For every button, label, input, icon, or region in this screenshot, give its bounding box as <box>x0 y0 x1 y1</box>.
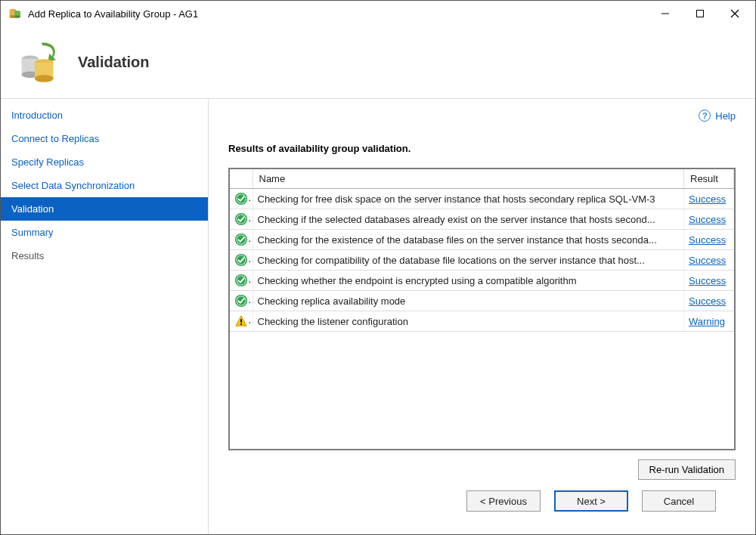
column-header-result: Result <box>684 169 734 189</box>
sidebar-item-summary[interactable]: Summary <box>1 221 208 244</box>
svg-rect-34 <box>240 319 242 323</box>
sidebar-item-results[interactable]: Results <box>1 244 208 268</box>
help-icon: ? <box>699 110 711 122</box>
help-link[interactable]: ? Help <box>699 110 736 122</box>
validation-check-name: Checking for compatibility of the databa… <box>253 250 684 271</box>
sidebar-item-label: Connect to Replicas <box>11 133 99 144</box>
success-icon <box>230 209 253 230</box>
close-button[interactable] <box>717 1 752 26</box>
header: Validation <box>1 26 755 99</box>
svg-rect-35 <box>240 323 242 325</box>
svg-rect-7 <box>697 11 704 17</box>
body: Introduction Connect to Replicas Specify… <box>1 99 755 534</box>
sidebar-item-connect-to-replicas[interactable]: Connect to Replicas <box>1 127 208 150</box>
result-link[interactable]: Success <box>689 193 726 205</box>
results-table: Name Result Checking for free disk space… <box>228 168 736 450</box>
sidebar-item-label: Select Data Synchronization <box>11 180 135 191</box>
table-row: Checking if the selected databases alrea… <box>230 209 734 230</box>
window-title: Add Replica to Availability Group - AG1 <box>28 8 198 20</box>
sidebar: Introduction Connect to Replicas Specify… <box>1 99 209 534</box>
rerun-validation-button[interactable]: Re-run Validation <box>638 459 736 480</box>
table-row: Checking the listener configurationWarni… <box>230 311 734 332</box>
table-row: Checking for the existence of the databa… <box>230 230 734 250</box>
svg-point-5 <box>14 15 20 18</box>
validation-check-name: Checking the listener configuration <box>253 311 684 332</box>
minimize-button[interactable] <box>648 1 683 26</box>
table-row: Checking replica availability modeSucces… <box>230 291 734 311</box>
sidebar-item-introduction[interactable]: Introduction <box>1 104 208 127</box>
wizard-footer: < Previous Next > Cancel <box>228 480 736 522</box>
window-controls <box>648 1 752 26</box>
success-icon <box>230 230 253 250</box>
column-header-name: Name <box>253 169 684 189</box>
page-title: Validation <box>78 54 149 71</box>
database-replica-icon <box>19 42 61 84</box>
next-button[interactable]: Next > <box>554 490 628 512</box>
success-icon <box>230 291 253 311</box>
result-link[interactable]: Success <box>689 295 726 307</box>
table-row: Checking whether the endpoint is encrypt… <box>230 271 734 291</box>
success-icon <box>230 271 253 291</box>
validation-check-name: Checking whether the endpoint is encrypt… <box>253 271 684 291</box>
result-link[interactable]: Warning <box>689 316 725 327</box>
table-row: Checking for free disk space on the serv… <box>230 189 734 209</box>
validation-check-name: Checking for the existence of the databa… <box>253 230 684 250</box>
success-icon <box>230 250 253 271</box>
titlebar: Add Replica to Availability Group - AG1 <box>1 1 755 26</box>
success-icon <box>230 189 253 209</box>
sidebar-item-select-data-synchronization[interactable]: Select Data Synchronization <box>1 174 208 197</box>
sidebar-item-specify-replicas[interactable]: Specify Replicas <box>1 150 208 174</box>
warning-icon <box>230 311 253 332</box>
help-label: Help <box>715 110 736 122</box>
column-header-icon <box>230 169 253 189</box>
result-link[interactable]: Success <box>689 255 726 266</box>
svg-point-15 <box>35 75 54 82</box>
validation-check-name: Checking if the selected databases alrea… <box>253 209 684 230</box>
app-icon <box>8 7 22 20</box>
result-link[interactable]: Success <box>689 275 726 286</box>
cancel-button[interactable]: Cancel <box>642 490 716 512</box>
sidebar-item-validation[interactable]: Validation <box>1 197 208 221</box>
result-link[interactable]: Success <box>689 214 726 225</box>
validation-check-name: Checking replica availability mode <box>253 291 684 311</box>
maximize-button[interactable] <box>683 1 717 26</box>
table-row: Checking for compatibility of the databa… <box>230 250 734 271</box>
result-link[interactable]: Success <box>689 234 726 246</box>
sidebar-item-label: Introduction <box>11 110 63 121</box>
main-panel: ? Help Results of availability group val… <box>209 99 755 534</box>
sidebar-item-label: Summary <box>11 227 54 238</box>
dialog-window: Add Replica to Availability Group - AG1 <box>0 0 756 535</box>
sidebar-item-label: Results <box>11 250 44 261</box>
results-heading: Results of availability group validation… <box>228 143 736 154</box>
sidebar-item-label: Validation <box>11 203 54 215</box>
previous-button[interactable]: < Previous <box>466 490 541 512</box>
validation-check-name: Checking for free disk space on the serv… <box>253 189 684 209</box>
sidebar-item-label: Specify Replicas <box>11 156 84 168</box>
